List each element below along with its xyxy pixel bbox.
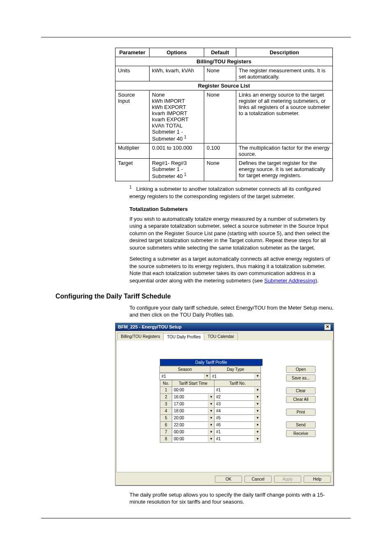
p2-text-b: ). xyxy=(315,278,318,284)
th-description: Description xyxy=(236,48,333,57)
ok-button[interactable]: OK xyxy=(215,476,242,483)
start-time-cell[interactable]: 00:00▼ xyxy=(172,428,214,435)
tab-body: Daily Tariff Profile Season Day Type #1 … xyxy=(116,340,332,472)
closing-text: The daily profile setup allows you to sp… xyxy=(129,491,335,506)
season-select[interactable]: #1 ▼ xyxy=(159,373,210,380)
print-button[interactable]: Print xyxy=(286,409,316,416)
chevron-down-icon[interactable]: ▼ xyxy=(208,429,214,435)
dialog-button-column: Open Save as... Clear Clear All Print Se… xyxy=(286,366,316,437)
table-row: 418:00▼#4▼ xyxy=(160,407,261,414)
footnote-ref: 1 xyxy=(184,172,187,177)
start-time-cell[interactable]: 22:00▼ xyxy=(172,421,214,428)
tariff-no-cell[interactable]: #1▼ xyxy=(214,435,261,442)
chevron-down-icon[interactable]: ▼ xyxy=(254,401,261,407)
table-row: 622:00▼#6▼ xyxy=(160,421,261,428)
start-time-cell[interactable]: 00:00▼ xyxy=(172,435,214,442)
chevron-down-icon[interactable]: ▼ xyxy=(208,408,214,414)
table-row: 700:00▼#1▼ xyxy=(160,428,261,435)
chevron-down-icon[interactable]: ▼ xyxy=(254,408,261,414)
daytype-value: #1 xyxy=(210,373,254,379)
season-value: #1 xyxy=(160,373,204,379)
opt-line: kWh EXPORT xyxy=(152,104,186,110)
cell-default: None xyxy=(204,66,236,81)
chevron-down-icon[interactable]: ▼ xyxy=(208,436,214,442)
cell-desc: Links an energy source to the target reg… xyxy=(236,90,333,143)
table-row: 216:00▼#2▼ xyxy=(160,393,261,400)
tariff-no-cell[interactable]: #1▼ xyxy=(214,386,261,393)
start-time-cell[interactable]: 20:00▼ xyxy=(172,414,214,421)
tariff-grid: No. Tariff Start Time Tariff No. 100:00#… xyxy=(160,380,261,443)
tariff-no-cell[interactable]: #5▼ xyxy=(214,414,261,421)
chevron-down-icon[interactable]: ▼ xyxy=(204,373,210,379)
chevron-down-icon[interactable]: ▼ xyxy=(254,429,261,435)
apply-button[interactable]: Apply xyxy=(274,476,301,483)
header-daytype: Day Type xyxy=(210,366,261,373)
chevron-down-icon[interactable]: ▼ xyxy=(208,415,214,421)
row-number: 3 xyxy=(160,400,172,407)
h2-intro-text: To configure your daily tariff schedule,… xyxy=(129,304,335,319)
chevron-down-icon[interactable]: ▼ xyxy=(208,394,214,400)
tariff-no-cell[interactable]: #3▼ xyxy=(214,400,261,407)
tab-billing-registers[interactable]: Billing/TOU Registers xyxy=(117,333,164,340)
dialog-tabs: Billing/TOU Registers TOU Daily Profiles… xyxy=(115,331,333,341)
close-icon[interactable]: ✕ xyxy=(324,324,331,330)
row-number: 7 xyxy=(160,428,172,435)
start-time-cell[interactable]: 16:00▼ xyxy=(172,393,214,400)
clearall-button[interactable]: Clear All xyxy=(286,396,316,403)
cell-default: None xyxy=(204,159,236,181)
energy-tou-dialog: BFM_225 - Energy/TOU Setup ✕ Billing/TOU… xyxy=(115,323,334,486)
tab-tou-calendar[interactable]: TOU Calendar xyxy=(204,333,238,340)
chevron-down-icon[interactable]: ▼ xyxy=(254,436,261,442)
section-register-source: Register Source List xyxy=(115,81,333,90)
chevron-down-icon[interactable]: ▼ xyxy=(254,422,261,428)
profile-area: Daily Tariff Profile Season Day Type #1 … xyxy=(160,359,263,443)
cell-param: Multiplier xyxy=(115,143,150,159)
chevron-down-icon[interactable]: ▼ xyxy=(254,373,261,379)
daytype-select[interactable]: #1 ▼ xyxy=(210,373,261,380)
opt-line: kVAh TOTAL xyxy=(152,123,182,129)
tariff-no-cell[interactable]: #4▼ xyxy=(214,407,261,414)
configuring-daily-tariff-heading: Configuring the Daily Tariff Schedule xyxy=(55,293,351,300)
cell-desc: The multiplication factor for the energy… xyxy=(236,143,333,159)
row-source-input: Source Input None kWh IMPORT kWh EXPORT … xyxy=(115,90,333,143)
tariff-no-cell[interactable]: #1▼ xyxy=(214,428,261,435)
chevron-down-icon[interactable]: ▼ xyxy=(208,401,214,407)
receive-button[interactable]: Receive xyxy=(286,430,316,437)
opt-line: kvarh IMPORT xyxy=(152,110,187,116)
row-number: 4 xyxy=(160,407,172,414)
opt-line: kWh IMPORT xyxy=(152,98,185,104)
cell-param: Units xyxy=(115,66,150,81)
open-button[interactable]: Open xyxy=(286,366,316,373)
help-button[interactable]: Help xyxy=(304,476,331,483)
send-button[interactable]: Send xyxy=(286,421,316,428)
clear-button[interactable]: Clear xyxy=(286,387,316,394)
start-time-cell[interactable]: 00:00 xyxy=(172,386,214,393)
table-row: 520:00▼#5▼ xyxy=(160,414,261,421)
cell-options: kWh, kvarh, kVAh xyxy=(150,66,204,81)
submeter-addressing-link[interactable]: Submeter Addressing xyxy=(264,278,315,284)
chevron-down-icon[interactable]: ▼ xyxy=(208,422,214,428)
totalization-heading: Totalization Submeters xyxy=(129,206,335,213)
tab-daily-profiles[interactable]: TOU Daily Profiles xyxy=(163,333,204,341)
opt-line: Reg#1- Reg#3 xyxy=(152,160,187,166)
cancel-button[interactable]: Cancel xyxy=(244,476,272,483)
cell-desc: The register measurement units. It is se… xyxy=(236,66,333,81)
cell-options: Reg#1- Reg#3 Submeter 1 - Submeter 40 1 xyxy=(150,159,204,181)
row-number: 5 xyxy=(160,414,172,421)
chevron-down-icon[interactable]: ▼ xyxy=(254,394,261,400)
opt-line: Submeter 1 - Submeter 40 xyxy=(152,129,183,142)
footnote: 1 Linking a submeter to another totaliza… xyxy=(129,185,335,200)
cell-desc: Defines the target register for the ener… xyxy=(236,159,333,181)
tariff-no-cell[interactable]: #6▼ xyxy=(214,421,261,428)
col-tariff-no: Tariff No. xyxy=(214,380,261,386)
chevron-down-icon[interactable]: ▼ xyxy=(254,415,261,421)
saveas-button[interactable]: Save as... xyxy=(286,375,316,382)
tariff-no-cell[interactable]: #2▼ xyxy=(214,393,261,400)
start-time-cell[interactable]: 18:00▼ xyxy=(172,407,214,414)
cell-param: Source Input xyxy=(115,90,150,143)
cell-options: None kWh IMPORT kWh EXPORT kvarh IMPORT … xyxy=(150,90,204,143)
start-time-cell[interactable]: 17:00▼ xyxy=(172,400,214,407)
opt-line: kvarh EXPORT xyxy=(152,116,189,123)
header-rule xyxy=(41,37,351,37)
chevron-down-icon[interactable]: ▼ xyxy=(254,387,261,393)
